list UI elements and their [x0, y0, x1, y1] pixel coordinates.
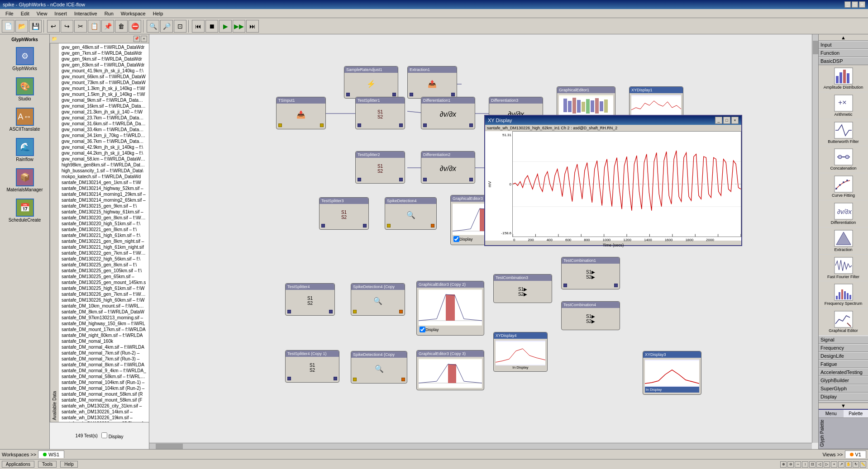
- output-port[interactable]: [399, 178, 403, 181]
- file-item[interactable]: santafe_DM130225_gen_65km.sif –: [60, 274, 148, 280]
- file-item[interactable]: santafe_DM_10km_mount.sif – f:\WRLDA_: [60, 303, 148, 309]
- right-item-graphical-editor[interactable]: Graphical Editor: [819, 308, 868, 336]
- node-test-combination1[interactable]: TestCombination1 S1▶S2▶: [561, 257, 620, 289]
- file-item[interactable]: santafe_wh_DM130226_city_31km.sif –: [60, 403, 148, 409]
- file-item[interactable]: santafe_DM_normal_8km.sif – f:\WRLDA: [60, 362, 148, 368]
- file-item[interactable]: santafe_DM130220_gen_8km.sif – f:\WRL: [60, 215, 148, 221]
- output-port[interactable]: [431, 224, 434, 227]
- sidebar-item-rainflow[interactable]: 🌊 Rainflow: [2, 136, 48, 164]
- file-item[interactable]: santafe_DM130214_morning1_29km.sif –: [60, 191, 148, 197]
- input-port[interactable]: [287, 377, 291, 380]
- zoom-in-button[interactable]: 🔍: [147, 20, 159, 33]
- right-item-frequency-spectrum[interactable]: Frequency Spectrum: [819, 281, 868, 308]
- file-item[interactable]: gvw_gen_48km.sif – f:\WRLDA_DataWdr: [60, 44, 148, 50]
- file-item[interactable]: gvw_mount_1.3km_jh_sk_ji_140kg – f:\W: [60, 85, 148, 91]
- input-port[interactable]: [287, 310, 291, 313]
- file-item[interactable]: santafe_DM130222_gen_7km.sif – f:\WRL: [60, 250, 148, 256]
- node-test-splitter3[interactable]: TestSplitter3 S1S2: [319, 197, 369, 230]
- file-item[interactable]: santafe_DM130225_gen_8km.sif – f:\: [60, 262, 148, 268]
- file-item[interactable]: high_bussancity_1.sif – f:\WRLDA_Data\: [60, 168, 148, 174]
- workspaces-arrow[interactable]: Workspaces >>: [2, 452, 36, 457]
- menu-tab[interactable]: Menu: [819, 410, 844, 418]
- input-port[interactable]: [278, 123, 282, 127]
- sidebar-item-studio[interactable]: 🎨 Studio: [2, 75, 48, 104]
- output-port[interactable]: [469, 178, 473, 181]
- ws1-tab[interactable]: WS1: [38, 450, 64, 458]
- file-item[interactable]: santafe_DM130226_high_60km.sif – f:\W: [60, 297, 148, 303]
- node-test-splitter4-copy1[interactable]: TestSplitter4 (Copy 1) S1S2: [285, 350, 339, 383]
- file-item[interactable]: santafe_DM130215_highway_61km.sif –: [60, 209, 148, 215]
- file-item[interactable]: santafe_DM_normal_104km.sif (Run-1) –: [60, 379, 148, 385]
- file-item[interactable]: santafe_DM130226_gen_7km.sif – f:\WRL: [60, 291, 148, 297]
- file-item[interactable]: santafe_DM_8km.sif – f:\WRLDA_DataW: [60, 309, 148, 315]
- section-header-accelerated-testing[interactable]: AcceleratedTesting: [819, 368, 868, 376]
- hscrollbar-thumb[interactable]: [156, 444, 183, 449]
- section-header-design-life[interactable]: DesignLife: [819, 352, 868, 360]
- file-item[interactable]: santafe_wh_DM130226_14km.sif –: [60, 409, 148, 415]
- minimize-button[interactable]: _: [715, 117, 722, 124]
- close-button[interactable]: ×: [731, 117, 739, 124]
- file-item[interactable]: santafe_DM_normal_58km.sif – f:\WRLDA: [60, 374, 148, 379]
- file-item[interactable]: santafe_DM_normal_104km.sif (Run-2) –: [60, 385, 148, 391]
- output-port[interactable]: [392, 93, 396, 96]
- file-item[interactable]: santafe_DM130220_high_51km.sif – f:\: [60, 221, 148, 227]
- file-item[interactable]: santafe_DM130221_gen_8km_night.sif –: [60, 238, 148, 244]
- node-graphical-editor3-copy3[interactable]: GraphicalEditor3 (Copy 3): [416, 350, 484, 390]
- input-port[interactable]: [387, 224, 391, 227]
- file-item[interactable]: santafe_wh_DM130226_19km.sif –: [60, 415, 148, 421]
- node-differentiation2[interactable]: Differentiation2 ∂v/∂x: [421, 151, 475, 184]
- save-button[interactable]: 💾: [29, 20, 42, 33]
- output-port[interactable]: [363, 224, 367, 227]
- node-spike-detection4[interactable]: SpikeDetection4 🔍: [385, 197, 437, 230]
- file-item[interactable]: santafe_DM_normal_mount_58km.sif (R: [60, 391, 148, 397]
- canvas-area[interactable]: SampleRateAdjust1 ⚡ Extraction1 📤 TSInpu…: [149, 34, 818, 449]
- file-item[interactable]: gvw_gen_7km.sif – f:\WRLDA_DataWdr: [60, 50, 148, 56]
- delete-button[interactable]: 🗑: [115, 20, 128, 33]
- file-item[interactable]: gvw_nomal_44.2km_jh_sk_ji_140kg – f:\: [60, 150, 148, 156]
- xydisplay2-window[interactable]: XY Display _ □ × santafe_wh_DM130226_hig…: [484, 115, 742, 246]
- node-test-combination4[interactable]: TestCombination4 S1▶S2▶: [561, 301, 620, 330]
- right-item-amplitude-distribution[interactable]: Amplitude Distribution: [819, 65, 868, 92]
- input-port[interactable]: [353, 310, 357, 313]
- node-graphical-editor3-copy2[interactable]: GraphicalEditor3 (Copy 2) Display: [416, 281, 484, 336]
- output-port[interactable]: [329, 310, 333, 313]
- measure-statusbar[interactable]: 📏: [860, 461, 866, 468]
- display-checkbox[interactable]: [420, 327, 425, 332]
- nav-forward-statusbar[interactable]: ▷: [824, 461, 830, 468]
- section-header-basic-dsp[interactable]: BasicDSP: [819, 57, 868, 65]
- file-item[interactable]: santafe_DM130215_gen_9km.sif – f:\: [60, 203, 148, 209]
- file-item[interactable]: gvw_nomal_9km.sif – f:\WRLDA_DataWdr: [60, 97, 148, 103]
- file-item[interactable]: santafe_DM130221_high_61km_night.sif: [60, 244, 148, 250]
- right-item-arithmetic[interactable]: +× Arithmetic: [819, 92, 868, 119]
- zoom-fit-button[interactable]: ⊡: [174, 20, 186, 33]
- output-port[interactable]: [451, 93, 455, 96]
- node-spike-detection4-copy[interactable]: SpikeDetection4 (Copy 🔍: [351, 283, 405, 316]
- nav-back-statusbar[interactable]: ◁: [816, 461, 823, 468]
- tools-button[interactable]: Tools: [38, 461, 57, 468]
- section-header-glyph-builder[interactable]: GlyphBuilder: [819, 376, 868, 384]
- display-checkbox[interactable]: [101, 432, 107, 438]
- file-item[interactable]: gvw_nomal_16km.sif – f:\WRLDA_DataWdr: [60, 103, 148, 109]
- file-item[interactable]: santafe_DM_highway_150_6km – f:\WRL: [60, 321, 148, 327]
- fast-forward-button[interactable]: ⏭: [246, 20, 259, 33]
- input-port[interactable]: [346, 93, 350, 96]
- window-controls[interactable]: _ □ ×: [844, 1, 865, 8]
- file-item[interactable]: gvw_gen_9km.sif – f:\WRLDA_DataWdr: [60, 56, 148, 62]
- sidebar-item-glyphworks[interactable]: ⚙ GlyphWorks: [2, 45, 48, 73]
- file-item[interactable]: santafe_DM_night_80km.sif – f:\WRLDA: [60, 332, 148, 338]
- file-item[interactable]: santafe_DM130221_gen_8km.sif – f:\: [60, 227, 148, 232]
- input-port[interactable]: [353, 378, 357, 381]
- redo-button[interactable]: ↪: [61, 20, 73, 33]
- file-item[interactable]: mokpo_katech.sif – f:\WRLDA_DataWd: [60, 174, 148, 180]
- play-slow-button[interactable]: ▶: [219, 20, 232, 33]
- file-item[interactable]: gvw_nomal_42.9km_jh_sk_ji_140kg – f:\: [60, 144, 148, 150]
- applications-button[interactable]: Applications: [2, 461, 34, 468]
- help-button[interactable]: Help: [60, 461, 78, 468]
- minimize-button[interactable]: _: [844, 1, 851, 8]
- paste-button[interactable]: 📌: [101, 20, 114, 33]
- new-button[interactable]: 📄: [2, 20, 14, 33]
- file-item[interactable]: gvw_mount_73km.sif – f:\WRLDA_DataW: [60, 80, 148, 85]
- fit-all-statusbar[interactable]: ⊡: [809, 461, 816, 468]
- move-statusbar[interactable]: ✋: [845, 461, 852, 468]
- node-xydisplay4[interactable]: XYDisplay4 In Display: [493, 332, 548, 372]
